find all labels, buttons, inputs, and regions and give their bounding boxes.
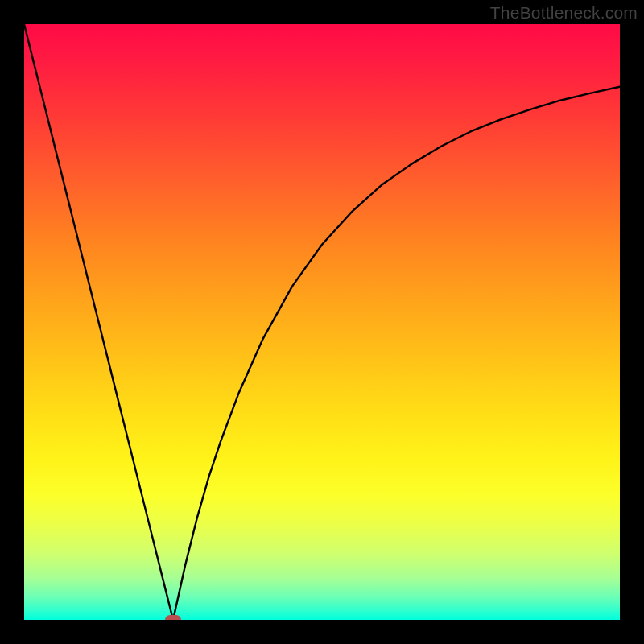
watermark-text: TheBottleneck.com	[490, 3, 638, 23]
chart-frame: TheBottleneck.com	[0, 0, 644, 644]
bottleneck-curve	[24, 24, 620, 620]
optimum-marker	[165, 615, 181, 620]
curve-path	[24, 24, 620, 620]
plot-area	[24, 24, 620, 620]
